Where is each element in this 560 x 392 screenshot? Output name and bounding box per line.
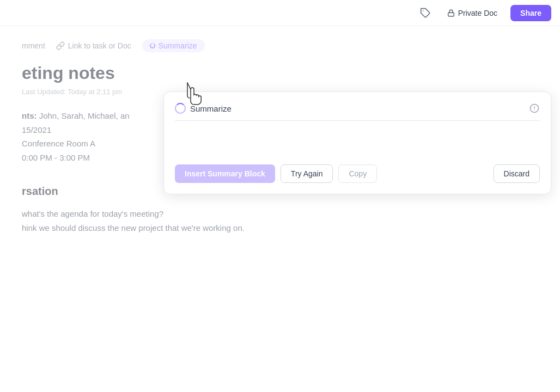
summarize-loading-spinner xyxy=(175,103,186,114)
panel-divider xyxy=(175,120,540,121)
info-icon-button[interactable] xyxy=(529,103,540,114)
panel-title: Summarize xyxy=(190,104,232,113)
insert-summary-block-button[interactable]: Insert Summary Block xyxy=(175,164,275,183)
private-doc-label: Private Doc xyxy=(458,9,497,17)
svg-rect-1 xyxy=(448,13,454,16)
tag-icon-button[interactable] xyxy=(417,4,434,22)
discard-button[interactable]: Discard xyxy=(494,164,540,183)
private-doc-button[interactable]: Private Doc xyxy=(441,5,504,21)
panel-title-row: Summarize xyxy=(175,103,232,114)
summarize-panel: Summarize Insert Summary Block Try Again… xyxy=(163,91,551,194)
try-again-button[interactable]: Try Again xyxy=(281,164,333,183)
share-button[interactable]: Share xyxy=(510,5,551,21)
doc-overlay xyxy=(0,26,560,392)
panel-footer: Insert Summary Block Try Again Copy Disc… xyxy=(175,164,540,183)
panel-header: Summarize xyxy=(175,103,540,114)
copy-button[interactable]: Copy xyxy=(338,164,377,183)
header: Private Doc Share xyxy=(0,0,560,26)
